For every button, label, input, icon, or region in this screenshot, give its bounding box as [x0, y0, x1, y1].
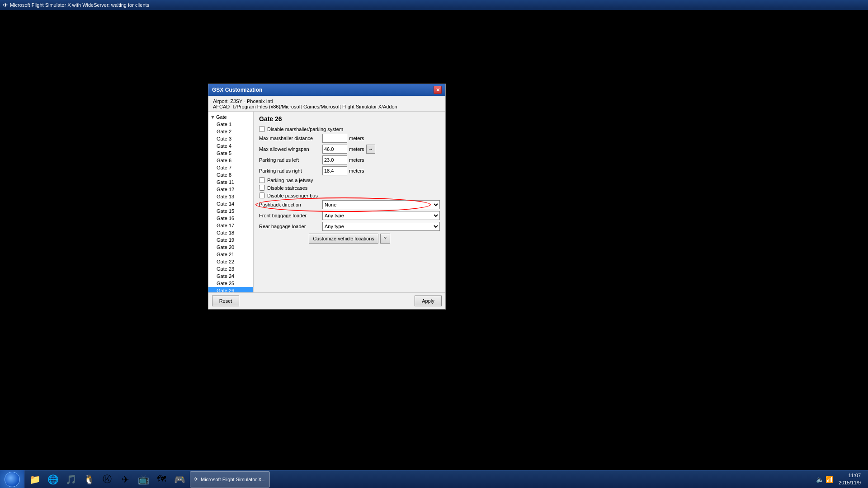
- start-button[interactable]: [0, 470, 24, 488]
- tree-item-gate25[interactable]: Gate 25: [208, 280, 253, 287]
- tree-item-gate22[interactable]: Gate 22: [208, 258, 253, 265]
- taskbar-icon-game[interactable]: 🎮: [171, 471, 188, 488]
- help-button[interactable]: ?: [380, 234, 390, 244]
- tree-item-gate14[interactable]: Gate 14: [208, 200, 253, 207]
- parking-left-label: Parking radius left: [259, 157, 322, 163]
- afcad-label: AFCAD: [213, 104, 230, 109]
- taskbar-icon-media[interactable]: 🎵: [62, 471, 80, 488]
- dialog-info: Airport ZJSY - Phoenix Intl AFCAD I:/Pro…: [208, 96, 445, 112]
- max-marshaller-input[interactable]: [322, 134, 347, 143]
- tree-item-gate26[interactable]: Gate 26: [208, 287, 253, 292]
- tray-icon-2[interactable]: 📶: [826, 476, 833, 483]
- gate-title: Gate 26: [259, 115, 440, 122]
- window-titlebar: ✈ Microsoft Flight Simulator X with Wide…: [0, 0, 868, 10]
- front-baggage-row: Front baggage loader Any type Catering F…: [259, 211, 440, 220]
- taskbar: 📁 🌐 🎵 🐧 Ⓚ ✈ 📺 🗺 🎮 ✈ Microsoft Flight Sim…: [0, 470, 868, 488]
- front-baggage-label: Front baggage loader: [259, 213, 322, 218]
- airport-value: ZJSY - Phoenix Intl: [231, 99, 273, 104]
- tree-item-gate16[interactable]: Gate 16: [208, 215, 253, 222]
- dialog-titlebar: GSX Customization ✕: [208, 84, 445, 96]
- taskbar-icon-explorer[interactable]: 📁: [26, 471, 43, 488]
- taskbar-icon-browser[interactable]: 🌐: [44, 471, 61, 488]
- parking-right-label: Parking radius right: [259, 168, 322, 174]
- rear-baggage-label: Rear baggage loader: [259, 224, 322, 229]
- tree-item-gate1[interactable]: Gate 1: [208, 121, 253, 128]
- tree-item-gate11[interactable]: Gate 11: [208, 178, 253, 186]
- taskbar-icon-k[interactable]: Ⓚ: [99, 471, 116, 488]
- parking-right-input[interactable]: [322, 166, 347, 175]
- tree-root-label: Gate: [216, 114, 227, 120]
- max-marshaller-row: Max marshaller distance meters: [259, 134, 440, 143]
- tree-item-gate21[interactable]: Gate 21: [208, 251, 253, 258]
- max-wingspan-input[interactable]: [322, 145, 347, 154]
- parking-left-row: Parking radius left meters: [259, 155, 440, 164]
- stairs-checkbox[interactable]: [259, 185, 265, 191]
- max-wingspan-row: Max allowed wingspan meters →: [259, 145, 440, 154]
- tree-item-gate15[interactable]: Gate 15: [208, 207, 253, 215]
- tray-icon-1[interactable]: 🔈: [816, 476, 824, 483]
- tree-root-gate[interactable]: ▼ Gate: [208, 113, 253, 121]
- taskbar-icon-flight[interactable]: ✈: [117, 471, 134, 488]
- tree-item-gate17[interactable]: Gate 17: [208, 222, 253, 229]
- bus-label: Disable passenger bus: [267, 193, 318, 198]
- taskbar-icon-tv[interactable]: 📺: [135, 471, 152, 488]
- tree-item-gate18[interactable]: Gate 18: [208, 229, 253, 236]
- tree-item-gate2[interactable]: Gate 2: [208, 128, 253, 135]
- parking-left-input[interactable]: [322, 155, 347, 164]
- tree-item-gate5[interactable]: Gate 5: [208, 150, 253, 157]
- front-baggage-select[interactable]: Any type Catering Fuel: [322, 211, 440, 220]
- tree-item-gate20[interactable]: Gate 20: [208, 244, 253, 251]
- afcad-value: I:/Program Files (x86)/Microsoft Games/M…: [232, 104, 397, 109]
- taskbar-active-window[interactable]: ✈ Microsoft Flight Simulator X...: [190, 471, 270, 488]
- tree-item-gate8[interactable]: Gate 8: [208, 171, 253, 178]
- tree-item-gate23[interactable]: Gate 23: [208, 265, 253, 272]
- max-wingspan-unit: meters: [349, 146, 364, 152]
- max-marshaller-label: Max marshaller distance: [259, 136, 322, 141]
- clock-time: 11:07: [839, 472, 861, 479]
- airport-info: Airport ZJSY - Phoenix Intl: [213, 99, 441, 104]
- active-window-label: Microsoft Flight Simulator X...: [201, 477, 266, 482]
- pushback-direction-select[interactable]: None Left Right Both: [322, 200, 440, 209]
- tree-item-gate24[interactable]: Gate 24: [208, 272, 253, 280]
- gate-tree-panel[interactable]: ▼ Gate Gate 1 Gate 2 Gate 3 Gate 4 Gate …: [208, 112, 254, 292]
- disable-marshaller-label: Disable marshaller/parking system: [267, 127, 343, 132]
- gate-content-panel: Gate 26 Disable marshaller/parking syste…: [254, 112, 445, 292]
- gsx-customization-dialog: GSX Customization ✕ Airport ZJSY - Phoen…: [208, 84, 446, 310]
- bus-row: Disable passenger bus: [259, 192, 440, 198]
- pushback-direction-row: Pushback direction None Left Right Both: [259, 200, 440, 209]
- bus-checkbox[interactable]: [259, 192, 265, 198]
- dialog-close-button[interactable]: ✕: [434, 86, 442, 94]
- taskbar-icon-qq[interactable]: 🐧: [80, 471, 98, 488]
- tree-item-gate12[interactable]: Gate 12: [208, 186, 253, 193]
- taskbar-icons: 📁 🌐 🎵 🐧 Ⓚ ✈ 📺 🗺 🎮: [24, 471, 190, 488]
- apply-button[interactable]: Apply: [415, 296, 442, 306]
- rear-baggage-select[interactable]: Any type Catering Fuel: [322, 222, 440, 231]
- parking-right-unit: meters: [349, 168, 364, 174]
- disable-marshaller-row: Disable marshaller/parking system: [259, 126, 440, 132]
- active-window-icon: ✈: [194, 476, 198, 482]
- tree-item-gate4[interactable]: Gate 4: [208, 142, 253, 150]
- tree-item-gate19[interactable]: Gate 19: [208, 236, 253, 244]
- tree-item-gate7[interactable]: Gate 7: [208, 164, 253, 171]
- tree-item-gate6[interactable]: Gate 6: [208, 157, 253, 164]
- max-wingspan-label: Max allowed wingspan: [259, 146, 322, 152]
- dialog-footer: Reset Apply: [208, 292, 445, 309]
- taskbar-clock[interactable]: 11:07 2015/11/9: [835, 472, 864, 486]
- tree-item-gate13[interactable]: Gate 13: [208, 193, 253, 200]
- wingspan-arrow-button[interactable]: →: [366, 145, 375, 154]
- taskbar-icon-map[interactable]: 🗺: [153, 471, 170, 488]
- taskbar-right: 🔈 📶 11:07 2015/11/9: [816, 472, 868, 486]
- tree-item-gate3[interactable]: Gate 3: [208, 135, 253, 142]
- tree-expand-icon: ▼: [210, 114, 215, 120]
- titlebar-title: Microsoft Flight Simulator X with WideSe…: [10, 2, 149, 8]
- jetway-checkbox[interactable]: [259, 177, 265, 183]
- clock-date: 2015/11/9: [839, 479, 861, 486]
- customize-vehicle-locations-button[interactable]: Customize vehicle locations: [309, 234, 378, 244]
- system-tray: 🔈 📶: [816, 476, 833, 483]
- disable-marshaller-checkbox[interactable]: [259, 126, 265, 132]
- reset-button[interactable]: Reset: [212, 296, 239, 306]
- titlebar-icon: ✈: [3, 1, 8, 9]
- dialog-title: GSX Customization: [212, 87, 262, 93]
- start-orb: [5, 472, 20, 487]
- parking-left-unit: meters: [349, 157, 364, 163]
